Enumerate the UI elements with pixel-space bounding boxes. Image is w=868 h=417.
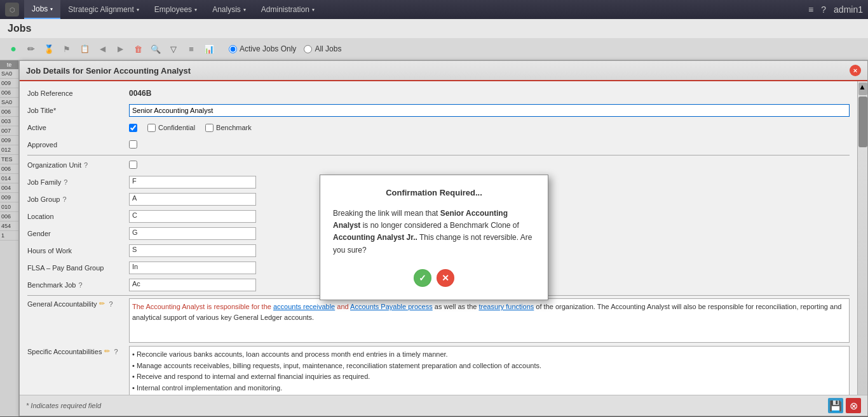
list-item[interactable]: 014 [0, 174, 18, 183]
general-accountability-edit-icon[interactable]: ✏ [99, 300, 105, 308]
job-details-header: Job Details for Senior Accounting Analys… [20, 61, 867, 81]
spec-acc-item: • Internal control implementation and mo… [132, 383, 846, 394]
nav-employees[interactable]: Employees ▾ [147, 0, 205, 19]
list-item[interactable]: 006 [0, 164, 18, 174]
active-jobs-radio[interactable] [229, 45, 237, 53]
org-unit-value [129, 161, 850, 170]
required-field-note: * Indicates required field [26, 402, 101, 409]
close-button[interactable]: × [850, 65, 861, 76]
confidential-checkbox[interactable] [147, 124, 156, 132]
confirmation-message: Breaking the link will mean that Senior … [333, 208, 535, 256]
list-item[interactable]: 012 [0, 145, 18, 155]
job-title-input[interactable] [129, 104, 850, 117]
nav-strategic-alignment[interactable]: Strategic Alignment ▾ [60, 0, 146, 19]
list-button[interactable]: ≡ [183, 41, 200, 57]
nav-items: Jobs ▾ Strategic Alignment ▾ Employees ▾… [24, 0, 808, 19]
ribbon-button[interactable]: 🏅 [41, 41, 57, 57]
list-item[interactable]: SA0 [0, 98, 18, 107]
main-content: te SA0 009 006 SA0 006 003 007 009 012 T… [0, 60, 868, 416]
nav-administration[interactable]: Administration ▾ [254, 0, 322, 19]
list-item[interactable]: 1 [0, 231, 18, 241]
cancel-icon: ⊗ [850, 400, 858, 412]
active-jobs-radio-label[interactable]: Active Jobs Only [229, 44, 296, 53]
edit-button[interactable]: ✏ [23, 41, 39, 57]
approved-checkbox-container [129, 140, 850, 150]
active-checkbox-label[interactable] [129, 124, 137, 132]
list-item[interactable]: 009 [0, 136, 18, 145]
all-jobs-radio-label[interactable]: All Jobs [304, 44, 341, 53]
confirm-yes-button[interactable]: ✓ [414, 269, 431, 287]
list-item[interactable]: 006 [0, 107, 18, 117]
top-navigation: ⬡ Jobs ▾ Strategic Alignment ▾ Employees… [0, 0, 868, 19]
specific-accountabilities-label: Specific Accountabilities ✏ ? [27, 346, 129, 355]
nav-analysis[interactable]: Analysis ▾ [205, 0, 254, 19]
nav-left-button[interactable]: ◀ [94, 41, 111, 57]
search-button[interactable]: 🔍 [147, 41, 164, 57]
job-family-help-icon[interactable]: ? [64, 178, 67, 186]
gender-select[interactable]: G [129, 227, 256, 240]
add-button[interactable]: ● [5, 41, 22, 57]
hours-select[interactable]: S [129, 244, 256, 257]
checkbox-group: Confidential Benchmark [129, 124, 850, 132]
page-title: Jobs [0, 19, 868, 38]
list-item[interactable]: 004 [0, 183, 18, 193]
specific-accountabilities-edit-icon[interactable]: ✏ [104, 347, 110, 355]
chart-button[interactable]: 📊 [201, 41, 217, 57]
list-item[interactable]: 009 [0, 193, 18, 202]
save-button[interactable]: 💾 [828, 398, 843, 413]
list-item[interactable]: 009 [0, 79, 18, 88]
job-family-select[interactable]: F [129, 176, 256, 189]
form-scrollbar[interactable]: ▲ [857, 81, 867, 395]
flag-button[interactable]: ⚑ [58, 41, 75, 57]
org-unit-help-icon[interactable]: ? [84, 161, 88, 169]
filter-button[interactable]: ▽ [165, 41, 182, 57]
nav-admin-arrow: ▾ [312, 7, 315, 13]
org-unit-checkbox[interactable] [129, 161, 137, 169]
confirm-no-icon: ✕ [442, 273, 449, 283]
approved-checkbox[interactable] [129, 140, 137, 149]
confidential-checkbox-label[interactable]: Confidential [147, 124, 195, 132]
benchmark-job-help-icon[interactable]: ? [78, 281, 82, 289]
general-accountability-help-icon[interactable]: ? [109, 300, 112, 308]
gender-label: Gender [27, 230, 129, 237]
list-item[interactable]: SA0 [0, 69, 18, 79]
all-jobs-radio[interactable] [304, 45, 312, 53]
benchmark-checkbox-label[interactable]: Benchmark [205, 124, 252, 132]
list-item[interactable]: TES [0, 155, 18, 164]
job-group-help-icon[interactable]: ? [62, 195, 66, 203]
list-item[interactable]: 003 [0, 117, 18, 126]
specific-accountabilities-help-icon[interactable]: ? [114, 348, 118, 355]
list-item[interactable]: 006 [0, 212, 18, 222]
delete-button[interactable]: 🗑 [130, 41, 146, 57]
scroll-up-button[interactable]: ▲ [858, 83, 867, 95]
menu-icon[interactable]: ≡ [808, 4, 813, 15]
list-item[interactable]: 006 [0, 88, 18, 98]
footer-buttons: 💾 ⊗ [828, 398, 861, 413]
save-icon: 💾 [829, 400, 842, 412]
confirmation-buttons: ✓ ✕ [333, 269, 535, 287]
flsa-select[interactable]: In [129, 261, 256, 274]
divider-1 [27, 155, 850, 156]
list-item[interactable]: 454 [0, 222, 18, 231]
list-item[interactable]: 007 [0, 126, 18, 136]
confirm-no-button[interactable]: ✕ [437, 269, 454, 287]
benchmark-checkbox[interactable] [205, 124, 214, 132]
list-item[interactable]: 010 [0, 202, 18, 212]
spec-acc-item: • Reconcile various banks accounts, loan… [132, 349, 846, 361]
job-details-footer: * Indicates required field 💾 ⊗ [20, 395, 867, 416]
help-icon[interactable]: ? [821, 4, 826, 15]
nav-employees-arrow: ▾ [194, 7, 197, 13]
benchmark-job-select[interactable]: Ac [129, 279, 256, 291]
location-select[interactable]: C [129, 210, 256, 223]
org-unit-label: Organization Unit ? [27, 161, 129, 169]
copy-button[interactable]: 📋 [76, 41, 93, 57]
user-menu[interactable]: admin1 [834, 4, 863, 15]
job-reference-label: Job Reference [27, 89, 129, 97]
general-accountability-row: General Accountability ✏ ? The Accountin… [27, 298, 850, 343]
nav-right-button[interactable]: ▶ [112, 41, 128, 57]
active-checkbox[interactable] [129, 124, 137, 132]
job-group-select[interactable]: A [129, 193, 256, 206]
nav-jobs[interactable]: Jobs ▾ [24, 0, 60, 19]
scroll-thumb[interactable] [858, 96, 867, 147]
cancel-button[interactable]: ⊗ [846, 398, 861, 413]
